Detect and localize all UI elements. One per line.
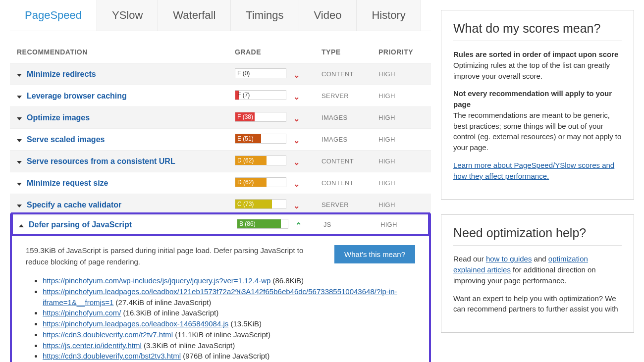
tab-waterfall[interactable]: Waterfall <box>158 0 231 31</box>
chevron-down-icon: ⌄ <box>293 92 300 102</box>
caret-down-icon[interactable] <box>17 117 22 120</box>
caret-up-icon[interactable] <box>19 224 24 227</box>
tabs: PageSpeedYSlowWaterfallTimingsVideoHisto… <box>10 0 431 31</box>
resource-link[interactable]: https://pinchofyum.leadpages.co/leadbox/… <box>43 287 397 307</box>
resource-link[interactable]: https://pinchofyum.leadpages.co/leadbox-… <box>43 319 228 328</box>
chevron-down-icon: ⌄ <box>293 157 300 167</box>
tab-history[interactable]: History <box>357 0 421 31</box>
grade-label: D (62) <box>237 157 254 164</box>
resource-meta: (11.1KiB of inline JavaScript) <box>173 330 270 339</box>
recommendation-name[interactable]: Minimize redirects <box>27 70 96 78</box>
resource-meta: (13.5KiB) <box>228 319 262 328</box>
resource-meta: (976B of inline JavaScript) <box>181 352 269 360</box>
whats-this-mean-button[interactable]: What's this mean? <box>334 245 415 263</box>
recommendation-name[interactable]: Leverage browser caching <box>27 92 127 100</box>
box-text: The recommendations are meant to be gene… <box>453 111 621 152</box>
list-item: https://cdn3.doubleverify.com/t2tv7.html… <box>43 329 415 340</box>
caret-down-icon[interactable] <box>17 161 22 164</box>
guides-link[interactable]: how to guides <box>486 255 532 263</box>
caret-down-icon[interactable] <box>17 139 22 142</box>
table-row[interactable]: Serve scaled imagesE (51)⌄IMAGESHIGH <box>10 128 431 150</box>
box-subtitle: Not every recommendation will apply to y… <box>453 89 612 108</box>
recommendations-table: RECOMMENDATION GRADE TYPE PRIORITY Minim… <box>10 43 431 362</box>
list-item: https://pinchofyum.com/ (16.3KiB of inli… <box>43 308 415 318</box>
table-row[interactable]: Optimize imagesF (38)⌄IMAGESHIGH <box>10 106 431 128</box>
expanded-description: 159.3KiB of JavaScript is parsed during … <box>26 245 322 267</box>
grade-bar: D (62) <box>235 177 286 187</box>
resource-link[interactable]: https://cdn3.doubleverify.com/t2tv7.html <box>43 330 173 339</box>
chevron-down-icon: ⌄ <box>293 70 300 80</box>
caret-down-icon[interactable] <box>17 96 22 99</box>
type-cell: SERVER <box>322 201 378 208</box>
recommendation-name[interactable]: Defer parsing of JavaScript <box>29 220 132 229</box>
priority-cell: HIGH <box>378 114 424 121</box>
grade-bar: E (51) <box>235 134 286 144</box>
box-subtitle: Rules are sorted in order of impact upon… <box>453 50 618 58</box>
resource-link[interactable]: https://cdn3.doubleverify.com/bst2tv3.ht… <box>43 352 181 360</box>
chevron-up-icon: ⌃ <box>295 221 302 230</box>
list-item: https://pinchofyum.com/wp-includes/js/jq… <box>43 275 415 286</box>
table-row[interactable]: Specify a cache validatorC (73)⌄SERVERHI… <box>10 194 431 215</box>
chevron-down-icon: ⌄ <box>293 136 300 145</box>
box-title: What do my scores mean? <box>453 21 622 41</box>
recommendation-name[interactable]: Minimize request size <box>27 179 108 187</box>
scores-explainer-box: What do my scores mean? Rules are sorted… <box>441 10 634 200</box>
table-row[interactable]: Leverage browser cachingF (7)⌄SERVERHIGH <box>10 85 431 106</box>
grade-bar: F (7) <box>235 90 286 100</box>
tab-pagespeed[interactable]: PageSpeed <box>10 0 97 31</box>
header-priority: PRIORITY <box>378 48 424 56</box>
type-cell: CONTENT <box>322 70 378 78</box>
recommendation-name[interactable]: Serve resources from a consistent URL <box>27 157 175 165</box>
recommendation-name[interactable]: Optimize images <box>27 113 90 122</box>
resource-link[interactable]: https://pinchofyum.com/wp-includes/js/jq… <box>43 276 270 285</box>
tab-video[interactable]: Video <box>299 0 357 31</box>
list-item: https://cdn3.doubleverify.com/bst2tv3.ht… <box>43 351 415 362</box>
grade-bar: F (38) <box>235 112 286 122</box>
type-cell: IMAGES <box>322 136 378 143</box>
header-recommendation: RECOMMENDATION <box>17 48 235 56</box>
caret-down-icon[interactable] <box>17 205 22 207</box>
grade-bar: C (73) <box>235 199 286 209</box>
box-text: Want an expert to help you with optimiza… <box>453 293 622 315</box>
recommendation-name[interactable]: Specify a cache validator <box>27 201 121 209</box>
table-row[interactable]: Minimize request sizeD (62)⌄CONTENTHIGH <box>10 172 431 194</box>
box-text: and <box>532 255 548 263</box>
list-item: https://pinchofyum.leadpages.co/leadbox/… <box>43 286 415 308</box>
grade-bar: D (62) <box>235 155 286 165</box>
header-type: TYPE <box>322 48 378 56</box>
caret-down-icon[interactable] <box>17 183 22 186</box>
list-item: https://js.center.io/identify.html (3.3K… <box>43 340 415 351</box>
chevron-down-icon: ⌄ <box>293 179 300 189</box>
box-text: Optimizing rules at the top of the list … <box>453 61 610 80</box>
header-grade: GRADE <box>235 48 322 56</box>
expanded-panel: 159.3KiB of JavaScript is parsed during … <box>12 235 429 362</box>
grade-bar: B (86) <box>237 219 288 229</box>
list-item: https://pinchofyum.leadpages.co/leadbox-… <box>43 318 415 329</box>
grade-label: E (51) <box>237 135 254 142</box>
recommendation-name[interactable]: Serve scaled images <box>27 135 105 144</box>
grade-label: F (38) <box>237 113 253 120</box>
learn-more-link[interactable]: Learn more about PageSpeed/YSlow scores … <box>453 161 614 180</box>
table-row[interactable]: Minimize redirectsF (0)⌄CONTENTHIGH <box>10 63 431 85</box>
optimization-help-box: Need optimization help? Read our how to … <box>441 214 634 333</box>
resource-meta: (3.3KiB of inline JavaScript) <box>142 341 235 350</box>
table-row[interactable]: Serve resources from a consistent URLD (… <box>10 150 431 172</box>
grade-label: C (73) <box>237 201 254 207</box>
resource-link[interactable]: https://js.center.io/identify.html <box>43 341 142 350</box>
tab-timings[interactable]: Timings <box>231 0 299 31</box>
grade-label: F (7) <box>237 92 250 99</box>
grade-label: D (62) <box>237 179 254 186</box>
priority-cell: HIGH <box>378 70 424 78</box>
expanded-wrapper: Defer parsing of JavaScriptB (86)⌃JSHIGH… <box>10 213 431 362</box>
tab-yslow[interactable]: YSlow <box>97 0 158 31</box>
table-row[interactable]: Defer parsing of JavaScriptB (86)⌃JSHIGH <box>12 213 429 235</box>
resource-meta: (27.4KiB of inline JavaScript) <box>113 298 211 307</box>
caret-down-icon[interactable] <box>17 74 22 77</box>
resource-link[interactable]: https://pinchofyum.com/ <box>43 309 121 317</box>
type-cell: CONTENT <box>322 157 378 165</box>
box-text: Read our <box>453 255 486 263</box>
table-header: RECOMMENDATION GRADE TYPE PRIORITY <box>10 43 431 63</box>
priority-cell: HIGH <box>380 221 422 228</box>
type-cell: CONTENT <box>322 179 378 187</box>
priority-cell: HIGH <box>378 136 424 143</box>
